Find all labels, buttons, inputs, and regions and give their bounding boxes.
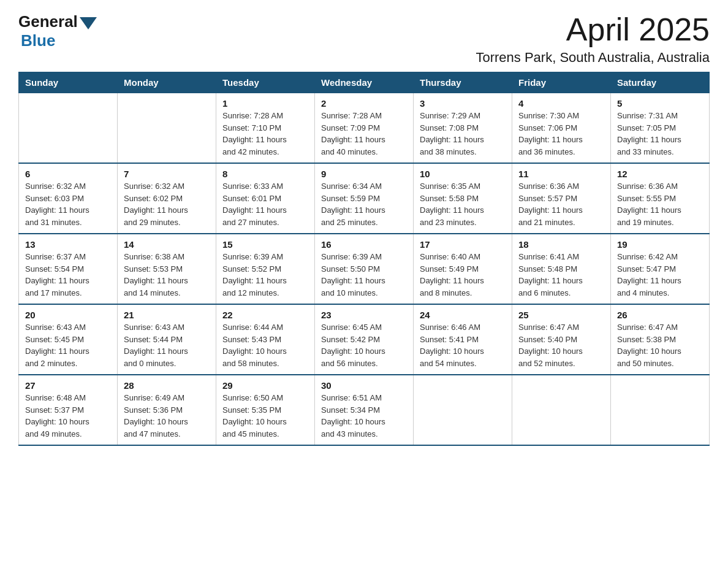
day-info: Sunrise: 7:31 AM Sunset: 7:05 PM Dayligh… xyxy=(617,110,703,158)
calendar-week-row: 20Sunrise: 6:43 AM Sunset: 5:45 PM Dayli… xyxy=(19,304,710,375)
calendar-cell: 30Sunrise: 6:51 AM Sunset: 5:34 PM Dayli… xyxy=(315,375,414,445)
calendar-cell: 25Sunrise: 6:47 AM Sunset: 5:40 PM Dayli… xyxy=(512,304,611,375)
day-number: 16 xyxy=(321,239,407,250)
day-info: Sunrise: 6:48 AM Sunset: 5:37 PM Dayligh… xyxy=(25,392,111,440)
day-number: 25 xyxy=(518,310,604,320)
day-info: Sunrise: 6:47 AM Sunset: 5:40 PM Dayligh… xyxy=(518,321,604,369)
day-info: Sunrise: 6:36 AM Sunset: 5:55 PM Dayligh… xyxy=(617,180,703,228)
page-header: General Blue April 2025 Torrens Park, So… xyxy=(18,12,710,66)
day-number: 1 xyxy=(222,98,308,109)
day-info: Sunrise: 6:32 AM Sunset: 6:03 PM Dayligh… xyxy=(25,180,111,228)
day-number: 19 xyxy=(617,239,703,250)
day-number: 29 xyxy=(222,380,308,391)
calendar-cell: 26Sunrise: 6:47 AM Sunset: 5:38 PM Dayli… xyxy=(611,304,710,375)
day-info: Sunrise: 6:49 AM Sunset: 5:36 PM Dayligh… xyxy=(124,392,210,440)
calendar-cell: 7Sunrise: 6:32 AM Sunset: 6:02 PM Daylig… xyxy=(118,163,216,234)
calendar-cell: 6Sunrise: 6:32 AM Sunset: 6:03 PM Daylig… xyxy=(19,163,118,234)
calendar-cell: 4Sunrise: 7:30 AM Sunset: 7:06 PM Daylig… xyxy=(512,93,611,164)
calendar-cell: 2Sunrise: 7:28 AM Sunset: 7:09 PM Daylig… xyxy=(315,93,414,164)
calendar-cell: 17Sunrise: 6:40 AM Sunset: 5:49 PM Dayli… xyxy=(414,234,512,304)
calendar-week-row: 27Sunrise: 6:48 AM Sunset: 5:37 PM Dayli… xyxy=(19,375,710,445)
day-info: Sunrise: 7:28 AM Sunset: 7:10 PM Dayligh… xyxy=(222,110,308,158)
day-of-week-header: Sunday xyxy=(19,72,118,93)
day-info: Sunrise: 6:36 AM Sunset: 5:57 PM Dayligh… xyxy=(518,180,604,228)
calendar-body: 1Sunrise: 7:28 AM Sunset: 7:10 PM Daylig… xyxy=(19,93,710,446)
logo-triangle-icon xyxy=(80,17,97,29)
calendar-cell: 24Sunrise: 6:46 AM Sunset: 5:41 PM Dayli… xyxy=(414,304,512,375)
calendar-cell: 18Sunrise: 6:41 AM Sunset: 5:48 PM Dayli… xyxy=(512,234,611,304)
calendar-cell: 22Sunrise: 6:44 AM Sunset: 5:43 PM Dayli… xyxy=(216,304,315,375)
day-info: Sunrise: 6:38 AM Sunset: 5:53 PM Dayligh… xyxy=(124,251,210,299)
day-number: 18 xyxy=(518,239,604,250)
day-number: 26 xyxy=(617,310,703,320)
day-of-week-header: Friday xyxy=(512,72,611,93)
day-number: 28 xyxy=(124,380,210,391)
day-number: 21 xyxy=(124,310,210,320)
logo-general-text: General xyxy=(18,12,78,31)
title-section: April 2025 Torrens Park, South Australia… xyxy=(476,12,710,66)
day-number: 30 xyxy=(321,380,407,391)
day-info: Sunrise: 6:40 AM Sunset: 5:49 PM Dayligh… xyxy=(420,251,506,299)
calendar-week-row: 13Sunrise: 6:37 AM Sunset: 5:54 PM Dayli… xyxy=(19,234,710,304)
day-number: 27 xyxy=(25,380,111,391)
calendar-cell: 1Sunrise: 7:28 AM Sunset: 7:10 PM Daylig… xyxy=(216,93,315,164)
day-info: Sunrise: 6:41 AM Sunset: 5:48 PM Dayligh… xyxy=(518,251,604,299)
day-info: Sunrise: 6:45 AM Sunset: 5:42 PM Dayligh… xyxy=(321,321,407,369)
day-number: 6 xyxy=(25,169,111,179)
day-number: 5 xyxy=(617,98,703,109)
day-info: Sunrise: 6:33 AM Sunset: 6:01 PM Dayligh… xyxy=(222,180,308,228)
calendar-cell: 23Sunrise: 6:45 AM Sunset: 5:42 PM Dayli… xyxy=(315,304,414,375)
calendar-cell: 19Sunrise: 6:42 AM Sunset: 5:47 PM Dayli… xyxy=(611,234,710,304)
location-title: Torrens Park, South Australia, Australia xyxy=(476,50,710,66)
calendar-cell: 11Sunrise: 6:36 AM Sunset: 5:57 PM Dayli… xyxy=(512,163,611,234)
day-number: 14 xyxy=(124,239,210,250)
calendar-cell: 13Sunrise: 6:37 AM Sunset: 5:54 PM Dayli… xyxy=(19,234,118,304)
day-info: Sunrise: 6:44 AM Sunset: 5:43 PM Dayligh… xyxy=(222,321,308,369)
day-info: Sunrise: 6:37 AM Sunset: 5:54 PM Dayligh… xyxy=(25,251,111,299)
day-of-week-header: Saturday xyxy=(611,72,710,93)
day-info: Sunrise: 7:29 AM Sunset: 7:08 PM Dayligh… xyxy=(420,110,506,158)
calendar-week-row: 6Sunrise: 6:32 AM Sunset: 6:03 PM Daylig… xyxy=(19,163,710,234)
day-number: 24 xyxy=(420,310,506,320)
day-info: Sunrise: 6:50 AM Sunset: 5:35 PM Dayligh… xyxy=(222,392,308,440)
calendar-cell: 29Sunrise: 6:50 AM Sunset: 5:35 PM Dayli… xyxy=(216,375,315,445)
day-info: Sunrise: 6:43 AM Sunset: 5:45 PM Dayligh… xyxy=(25,321,111,369)
day-of-week-header: Monday xyxy=(118,72,216,93)
calendar-cell: 3Sunrise: 7:29 AM Sunset: 7:08 PM Daylig… xyxy=(414,93,512,164)
calendar-cell xyxy=(118,93,216,164)
day-number: 11 xyxy=(518,169,604,179)
day-info: Sunrise: 7:30 AM Sunset: 7:06 PM Dayligh… xyxy=(518,110,604,158)
day-number: 22 xyxy=(222,310,308,320)
calendar-cell xyxy=(611,375,710,445)
day-info: Sunrise: 6:46 AM Sunset: 5:41 PM Dayligh… xyxy=(420,321,506,369)
month-title: April 2025 xyxy=(476,12,710,47)
calendar-week-row: 1Sunrise: 7:28 AM Sunset: 7:10 PM Daylig… xyxy=(19,93,710,164)
day-number: 23 xyxy=(321,310,407,320)
day-number: 17 xyxy=(420,239,506,250)
calendar-cell: 5Sunrise: 7:31 AM Sunset: 7:05 PM Daylig… xyxy=(611,93,710,164)
calendar-cell: 27Sunrise: 6:48 AM Sunset: 5:37 PM Dayli… xyxy=(19,375,118,445)
day-number: 9 xyxy=(321,169,407,179)
day-info: Sunrise: 6:39 AM Sunset: 5:50 PM Dayligh… xyxy=(321,251,407,299)
calendar-cell xyxy=(19,93,118,164)
day-number: 10 xyxy=(420,169,506,179)
day-info: Sunrise: 6:34 AM Sunset: 5:59 PM Dayligh… xyxy=(321,180,407,228)
calendar-cell: 20Sunrise: 6:43 AM Sunset: 5:45 PM Dayli… xyxy=(19,304,118,375)
days-of-week-row: SundayMondayTuesdayWednesdayThursdayFrid… xyxy=(19,72,710,93)
day-number: 4 xyxy=(518,98,604,109)
calendar-cell: 15Sunrise: 6:39 AM Sunset: 5:52 PM Dayli… xyxy=(216,234,315,304)
calendar-cell: 28Sunrise: 6:49 AM Sunset: 5:36 PM Dayli… xyxy=(118,375,216,445)
logo-blue-text: Blue xyxy=(21,31,55,50)
day-info: Sunrise: 6:47 AM Sunset: 5:38 PM Dayligh… xyxy=(617,321,703,369)
day-number: 8 xyxy=(222,169,308,179)
day-info: Sunrise: 6:39 AM Sunset: 5:52 PM Dayligh… xyxy=(222,251,308,299)
day-number: 13 xyxy=(25,239,111,250)
calendar-cell: 9Sunrise: 6:34 AM Sunset: 5:59 PM Daylig… xyxy=(315,163,414,234)
calendar-cell xyxy=(512,375,611,445)
calendar-cell: 10Sunrise: 6:35 AM Sunset: 5:58 PM Dayli… xyxy=(414,163,512,234)
day-number: 15 xyxy=(222,239,308,250)
calendar-cell xyxy=(414,375,512,445)
day-info: Sunrise: 7:28 AM Sunset: 7:09 PM Dayligh… xyxy=(321,110,407,158)
day-number: 3 xyxy=(420,98,506,109)
day-of-week-header: Tuesday xyxy=(216,72,315,93)
